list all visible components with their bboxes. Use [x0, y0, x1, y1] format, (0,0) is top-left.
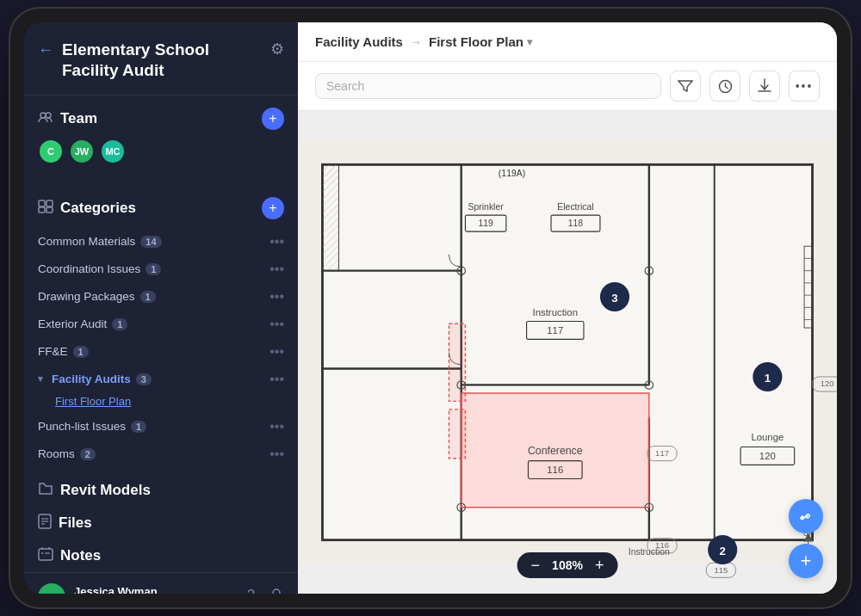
- files-icon: [38, 514, 52, 533]
- svg-text:Instruction: Instruction: [533, 307, 578, 317]
- team-avatars: C JW MC: [38, 139, 284, 171]
- svg-point-11: [41, 552, 43, 554]
- settings-icon[interactable]: ⚙: [270, 40, 284, 59]
- svg-text:Electrical: Electrical: [557, 202, 593, 212]
- svg-text:2: 2: [720, 545, 726, 557]
- svg-text:Conference: Conference: [528, 445, 583, 457]
- nav-files[interactable]: Files: [24, 507, 298, 540]
- svg-rect-51: [449, 323, 465, 401]
- zoom-out-button[interactable]: −: [530, 557, 542, 573]
- category-ffande[interactable]: FF&E 1 •••: [24, 338, 298, 366]
- category-badge: 1: [140, 291, 156, 303]
- category-drawing-packages[interactable]: Drawing Packages 1 •••: [24, 283, 298, 311]
- svg-text:Instruction: Instruction: [629, 547, 670, 557]
- more-icon[interactable]: •••: [269, 262, 284, 277]
- category-badge: 3: [136, 373, 152, 385]
- download-button[interactable]: [749, 71, 780, 102]
- svg-point-1: [46, 113, 51, 118]
- avatar-mc[interactable]: MC: [100, 139, 126, 164]
- main-content: Facility Audits → First Floor Plan ▾ Sea…: [298, 22, 837, 594]
- clock-icon: [718, 79, 733, 94]
- sidebar-title: Elementary School Facility Audit: [62, 40, 209, 81]
- clock-button[interactable]: [709, 71, 740, 102]
- floorplan-area: (119A) Sprinkler 119 Electrical 118 Inst…: [298, 111, 837, 594]
- breadcrumb-current[interactable]: First Floor Plan ▾: [429, 34, 532, 49]
- add-team-button[interactable]: +: [262, 108, 284, 130]
- more-icon[interactable]: •••: [269, 419, 284, 434]
- category-label: Drawing Packages 1: [38, 290, 156, 303]
- svg-text:120: 120: [759, 451, 776, 461]
- svg-text:116: 116: [547, 465, 563, 475]
- sub-item-first-floor-plan[interactable]: First Floor Plan: [24, 389, 298, 413]
- category-badge: 14: [140, 236, 161, 248]
- more-icon[interactable]: •••: [269, 372, 284, 387]
- team-section: Team + C JW MC: [24, 95, 298, 178]
- category-rooms[interactable]: Rooms 2 •••: [24, 440, 298, 468]
- more-icon[interactable]: •••: [269, 317, 284, 332]
- breadcrumb-root[interactable]: Facility Audits: [315, 34, 403, 49]
- back-button[interactable]: ←: [38, 41, 53, 59]
- svg-text:119: 119: [478, 219, 493, 228]
- category-punch-list[interactable]: Punch-list Issues 1 •••: [24, 413, 298, 440]
- category-badge: 1: [146, 263, 161, 275]
- category-badge: 1: [73, 346, 89, 358]
- sub-item-label: First Floor Plan: [55, 395, 131, 408]
- category-label: Rooms 2: [38, 447, 96, 460]
- download-icon: [758, 78, 771, 94]
- svg-text:Lounge: Lounge: [751, 432, 784, 442]
- notes-icon: [38, 547, 53, 565]
- more-button[interactable]: •••: [789, 71, 820, 102]
- revit-icon: [38, 482, 53, 500]
- more-icon[interactable]: •••: [269, 234, 284, 249]
- help-icon[interactable]: ?: [247, 588, 255, 594]
- category-label: Punch-list Issues 1: [38, 420, 146, 433]
- svg-text:3: 3: [611, 292, 617, 305]
- category-facility-audits[interactable]: ▾ Facility Audits 3 •••: [24, 366, 298, 389]
- svg-point-0: [40, 113, 46, 118]
- more-icon[interactable]: •••: [269, 289, 284, 305]
- nav-notes[interactable]: Notes: [24, 540, 298, 572]
- svg-rect-4: [39, 207, 45, 213]
- footer-icons: ?: [247, 588, 284, 594]
- svg-text:1: 1: [765, 372, 771, 385]
- more-icon[interactable]: •••: [269, 447, 284, 462]
- user-icon[interactable]: [269, 588, 284, 594]
- nav-revit-models[interactable]: Revit Models: [24, 475, 298, 507]
- category-coordination-issues[interactable]: Coordination Issues 1 •••: [24, 256, 298, 283]
- add-button[interactable]: +: [789, 544, 823, 578]
- svg-text:117: 117: [547, 325, 563, 336]
- category-label: FF&E 1: [38, 345, 89, 358]
- plus-icon: +: [801, 551, 812, 570]
- categories-section-header: Categories +: [38, 197, 284, 219]
- zoom-in-button[interactable]: +: [593, 557, 606, 573]
- team-icon: [38, 111, 53, 126]
- more-icon[interactable]: •••: [269, 344, 284, 360]
- search-box[interactable]: Search: [315, 73, 661, 99]
- link-icon: [798, 508, 814, 524]
- svg-text:118: 118: [568, 219, 584, 228]
- category-common-materials[interactable]: Common Materials 14 •••: [24, 228, 298, 256]
- add-category-button[interactable]: +: [262, 197, 284, 219]
- sidebar-header-left: ← Elementary School Facility Audit: [38, 40, 209, 81]
- filter-icon: [678, 79, 693, 93]
- team-section-title: Team: [38, 110, 97, 127]
- breadcrumb-chevron-icon: ▾: [527, 36, 532, 48]
- avatar-jw[interactable]: JW: [69, 139, 95, 164]
- category-label: Coordination Issues 1: [38, 262, 161, 275]
- sidebar-footer: JW Jessica Wyman Layer ?: [24, 572, 298, 594]
- user-name: Jessica Wyman: [74, 585, 158, 594]
- footer-user: JW Jessica Wyman Layer: [38, 583, 158, 594]
- more-icon: •••: [796, 79, 814, 93]
- nav-revit-models-title: Revit Models: [38, 482, 284, 500]
- filter-button[interactable]: [670, 71, 701, 102]
- zoom-control: − 108% +: [517, 552, 618, 578]
- chevron-down-icon: ▾: [38, 373, 43, 385]
- zoom-level: 108%: [552, 558, 583, 572]
- avatar-c[interactable]: C: [38, 139, 64, 164]
- breadcrumb-separator: →: [410, 35, 422, 49]
- category-exterior-audit[interactable]: Exterior Audit 1 •••: [24, 311, 298, 338]
- link-button[interactable]: [789, 499, 823, 533]
- user-avatar: JW: [38, 583, 65, 594]
- categories-section: Categories +: [24, 185, 298, 228]
- device-frame: ← Elementary School Facility Audit ⚙: [9, 7, 852, 609]
